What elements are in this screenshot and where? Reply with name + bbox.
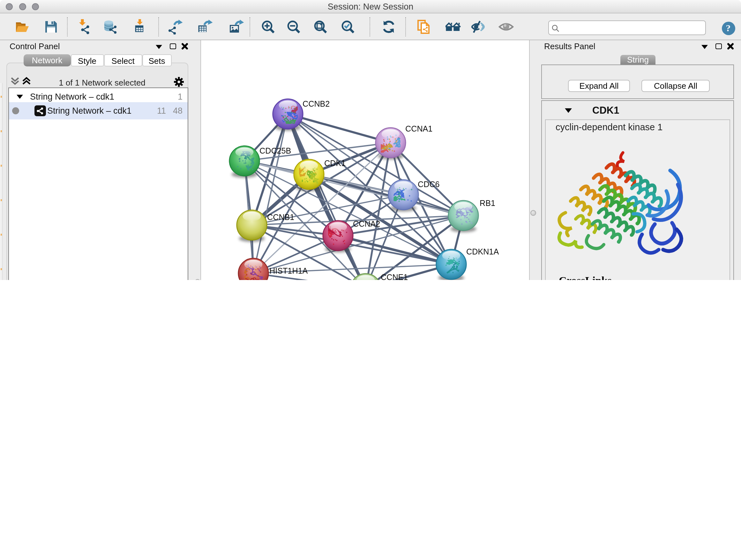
svg-text:CDC6: CDC6 [418,180,440,189]
svg-text:CCNB1: CCNB1 [267,212,294,222]
svg-text:CDC25B: CDC25B [260,146,291,155]
svg-text:CCNA1: CCNA1 [406,124,433,133]
svg-text:RB1: RB1 [480,199,495,207]
svg-text:CCNA2: CCNA2 [353,219,381,228]
svg-text:CDKN1A: CDKN1A [467,247,499,256]
svg-text:CDK1: CDK1 [325,159,346,168]
svg-text:CCNB2: CCNB2 [303,99,330,108]
svg-text:CCNE1: CCNE1 [381,273,408,280]
svg-text:HIST1H1A: HIST1H1A [270,266,308,275]
